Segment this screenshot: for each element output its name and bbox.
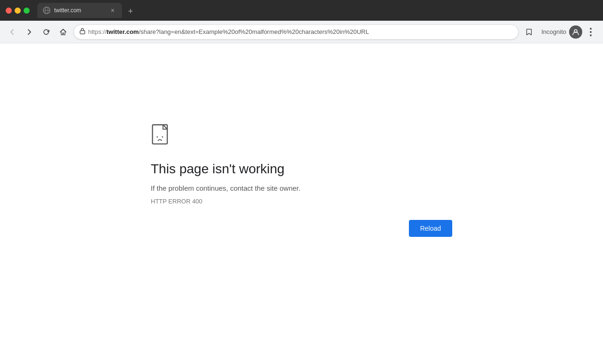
toolbar-right: Incognito — [522, 25, 597, 39]
menu-dot-2 — [590, 31, 592, 33]
url-protocol: https:// — [88, 28, 106, 35]
page-content: This page isn't working If the problem c… — [0, 43, 603, 364]
url-bar[interactable]: https://twitter.com/share?lang=en&text=E… — [73, 24, 519, 40]
address-bar: https://twitter.com/share?lang=en&text=E… — [0, 21, 603, 43]
error-title: This page isn't working — [151, 162, 285, 177]
maximize-button[interactable] — [24, 8, 30, 14]
sad-document-icon — [151, 124, 173, 148]
browser-menu-button[interactable] — [584, 25, 597, 39]
url-domain: twitter.com — [106, 28, 139, 35]
bookmark-button[interactable] — [522, 25, 536, 39]
error-subtitle: If the problem continues, contact the si… — [151, 184, 301, 192]
reload-nav-button[interactable] — [40, 25, 53, 39]
bookmark-icon — [525, 28, 533, 36]
svg-rect-3 — [80, 31, 85, 34]
home-button[interactable] — [57, 25, 70, 39]
close-button[interactable] — [6, 8, 12, 14]
tab-favicon-icon — [43, 7, 50, 14]
tab-close-button[interactable]: × — [109, 7, 116, 14]
svg-point-7 — [162, 136, 163, 138]
lock-icon — [80, 28, 85, 36]
forward-button[interactable] — [23, 25, 36, 39]
tab-bar: twitter.com × + — [37, 3, 597, 18]
error-container: This page isn't working If the problem c… — [151, 114, 452, 246]
url-path: /share?lang=en&text=Example%20of%20malfo… — [139, 28, 369, 35]
window-controls — [6, 8, 30, 14]
active-tab[interactable]: twitter.com × — [37, 3, 122, 18]
title-bar: twitter.com × + — [0, 0, 603, 21]
incognito-area: Incognito — [541, 25, 582, 39]
back-icon — [8, 28, 16, 36]
minimize-button[interactable] — [15, 8, 21, 14]
reload-icon — [42, 28, 50, 36]
menu-dot-3 — [590, 34, 592, 36]
error-code: HTTP ERROR 400 — [151, 198, 203, 205]
incognito-icon — [569, 25, 582, 39]
forward-icon — [25, 28, 33, 36]
browser-window: twitter.com × + — [0, 0, 603, 364]
back-button[interactable] — [6, 25, 19, 39]
new-tab-button[interactable]: + — [124, 5, 137, 18]
reload-button[interactable]: Reload — [409, 220, 452, 237]
url-display: https://twitter.com/share?lang=en&text=E… — [88, 28, 369, 35]
incognito-label: Incognito — [541, 28, 566, 35]
error-icon-wrap — [151, 124, 173, 150]
home-icon — [59, 28, 67, 36]
menu-dot-1 — [590, 28, 592, 30]
tab-title: twitter.com — [54, 7, 105, 14]
svg-point-6 — [156, 136, 158, 138]
